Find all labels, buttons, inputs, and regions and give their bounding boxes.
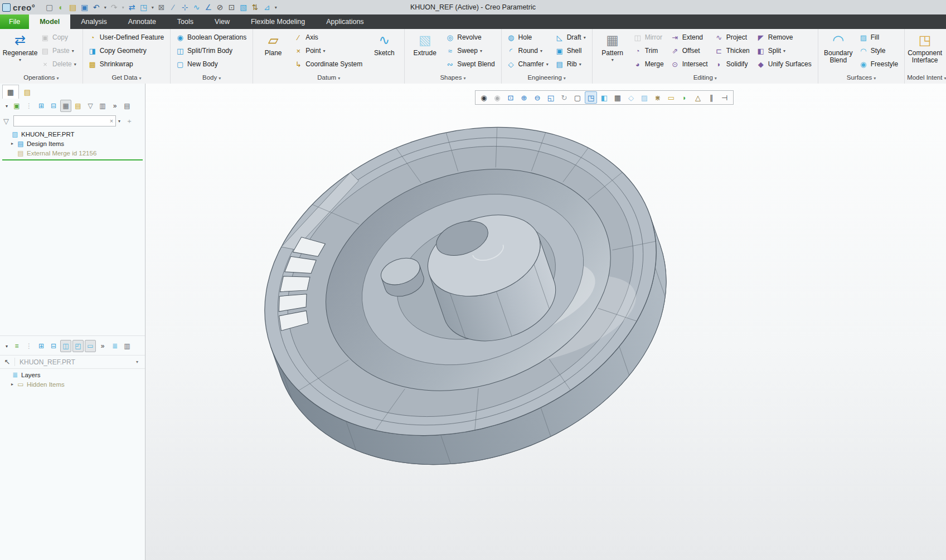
ribbon-button-unify-surfaces[interactable]: ◆Unify Surfaces (755, 57, 814, 71)
panel-divider[interactable] (0, 335, 145, 336)
material-render-icon[interactable]: ◐ (55, 1, 67, 13)
expand-arrow-icon[interactable]: ▸ (9, 141, 16, 146)
clear-filter-icon[interactable]: × (108, 118, 115, 124)
ribbon-button-extend[interactable]: ⇥Extend (669, 31, 711, 44)
ribbon-button-user-defined-feature[interactable]: ◔User-Defined Feature (86, 31, 167, 44)
ribbon-button-draft-dropdown[interactable]: ▾ (584, 35, 586, 40)
ribbon-button-regenerate-dropdown[interactable]: ▾ (19, 57, 21, 62)
ribbon-group-label-get-data[interactable]: Get Data▾ (85, 73, 168, 84)
tree-item-design-items[interactable]: ▸▤Design Items (0, 139, 145, 148)
ribbon-group-label-engineering[interactable]: Engineering▾ (504, 73, 590, 84)
ribbon-button-split-trim-body[interactable]: ◫Split/Trim Body (174, 44, 249, 57)
measure-volume-icon[interactable]: ▧ (237, 1, 249, 13)
measure-graph-icon[interactable]: ⊿ (261, 1, 273, 13)
tree-list-view-button[interactable]: ▤ (122, 100, 133, 112)
ribbon-button-component-interface[interactable]: ◳Component Interface (908, 31, 942, 71)
tab-tools[interactable]: Tools (167, 14, 204, 29)
ribbon-group-label-body[interactable]: Body▾ (173, 73, 250, 84)
zoom-in-icon[interactable]: ⊕ (518, 91, 530, 104)
tree-item-layers[interactable]: ≣Layers (0, 370, 145, 379)
annotation-display-icon[interactable]: ▭ (665, 91, 677, 104)
ribbon-button-revolve[interactable]: ◎Revolve (444, 31, 497, 44)
measure-distance-icon[interactable]: ⊹ (179, 1, 191, 13)
expand-arrow-icon[interactable]: ▸ (9, 382, 16, 387)
show-hidden-layers-button[interactable]: ▭ (85, 340, 96, 352)
tree-filter-input[interactable] (14, 118, 108, 124)
tree-item-external-merge-id-12156[interactable]: ▤External Merge id 12156 (0, 148, 145, 158)
ribbon-button-boundary-blend[interactable]: ◠Boundary Blend (822, 31, 855, 71)
view-manager-icon[interactable]: ▦ (612, 91, 624, 104)
tab-view[interactable]: View (204, 14, 240, 29)
ribbon-button-sweep[interactable]: ≈Sweep▾ (444, 44, 497, 57)
perspective-view-icon[interactable]: ◇ (625, 91, 637, 104)
exit-pause-icon[interactable]: ⊣ (719, 91, 731, 104)
save-file-icon[interactable]: ▣ (79, 1, 90, 13)
tree-item-hidden-items[interactable]: ▸▭Hidden Items (0, 379, 145, 389)
ribbon-group-label-shapes[interactable]: Shapes▾ (407, 73, 498, 84)
ribbon-button-fill[interactable]: ▨Fill (857, 31, 901, 44)
ribbon-button-sweep-dropdown[interactable]: ▾ (480, 48, 482, 53)
ribbon-button-plane[interactable]: ▱Plane (256, 31, 290, 71)
repaint-icon[interactable]: ↻ (558, 91, 570, 104)
ribbon-group-label-model-intent[interactable]: Model Intent▾ (907, 73, 946, 84)
ribbon-button-chamfer-dropdown[interactable]: ▾ (546, 62, 549, 67)
3d-model-viewport[interactable] (145, 84, 946, 560)
ribbon-button-round[interactable]: ◜Round▾ (505, 44, 551, 57)
layer-model-selector-dropdown[interactable]: ▾ (136, 359, 145, 364)
ribbon-button-shrinkwrap[interactable]: ▩Shrinkwrap (86, 57, 167, 71)
ribbon-button-coordinate-system[interactable]: ↳Coordinate System (292, 57, 365, 71)
ribbon-button-hole[interactable]: ◍Hole (505, 31, 551, 44)
tree-item-khuon-ref-prt[interactable]: ▧KHUON_REF.PRT (0, 129, 145, 139)
ribbon-button-new-body[interactable]: ▢New Body (174, 57, 249, 71)
ribbon-button-pattern-dropdown[interactable]: ▾ (612, 57, 614, 62)
ribbon-button-regenerate[interactable]: ⇄Regenerate▾ (3, 31, 37, 71)
ribbon-group-label-operations[interactable]: Operations▾ (2, 73, 80, 84)
graphics-canvas[interactable]: ◉◉⊡⊕⊖◱↻▢◳◧▦◇▨⋇▭◗△∥⊣ (145, 84, 946, 560)
ribbon-button-shell[interactable]: ▣Shell (554, 44, 589, 57)
ribbon-button-copy-geometry[interactable]: ◨Copy Geometry (86, 44, 167, 57)
ribbon-button-project[interactable]: ∿Project (713, 31, 753, 44)
datum-display-filters-icon[interactable]: ⋇ (652, 91, 664, 104)
ribbon-button-split[interactable]: ◧Split▾ (755, 44, 814, 57)
tree-columns-toggle-button[interactable]: ▦ (60, 100, 71, 112)
ribbon-button-round-dropdown[interactable]: ▾ (540, 48, 542, 53)
ribbon-button-point[interactable]: ×Point▾ (292, 44, 365, 57)
ribbon-button-pattern[interactable]: ▦Pattern▾ (596, 31, 629, 71)
sort-regenerate-list-icon[interactable]: ⇅ (249, 1, 261, 13)
undo-dropdown-icon[interactable]: ▾ (102, 1, 108, 13)
ribbon-group-label-datum[interactable]: Datum▾ (255, 73, 402, 84)
regenerate-small-icon[interactable]: ⇄ (126, 1, 138, 13)
ribbon-button-solidify[interactable]: ◗Solidify (713, 57, 753, 71)
zoom-out-icon[interactable]: ⊖ (531, 91, 544, 104)
folder-browser-tab[interactable]: ▤ (19, 85, 36, 99)
window-settings-icon[interactable]: ◳ (138, 1, 149, 13)
tab-flexible-modeling[interactable]: Flexible Modeling (240, 14, 316, 29)
measure-curve-icon[interactable]: ∿ (191, 1, 202, 13)
display-style-icon[interactable]: ◧ (598, 91, 610, 104)
ribbon-button-style[interactable]: ◠Style (857, 44, 901, 57)
show-layer-status-button[interactable]: ◰ (72, 340, 84, 352)
pause-icon[interactable]: ∥ (705, 91, 717, 104)
ribbon-button-boolean-operations[interactable]: ◉Boolean Operations (174, 31, 249, 44)
ribbon-button-remove[interactable]: ◤Remove (755, 31, 814, 44)
layer-expand-button[interactable]: ⊞ (36, 340, 47, 352)
undo-icon[interactable]: ↶ (90, 1, 102, 13)
ribbon-button-delete-dropdown[interactable]: ▾ (74, 62, 76, 67)
refit-icon[interactable]: ◱ (545, 91, 557, 104)
tree-show-mode-button[interactable]: ▣ (11, 100, 22, 112)
ribbon-button-rib-dropdown[interactable]: ▾ (579, 62, 581, 67)
insert-here-indicator[interactable] (2, 159, 143, 160)
capture-snapshot-icon[interactable]: ◗ (678, 91, 691, 104)
tab-applications[interactable]: Applications (316, 14, 374, 29)
measure-ruler-icon[interactable]: ∕ (167, 1, 179, 13)
window-settings-dropdown-icon[interactable]: ▾ (149, 1, 156, 13)
ribbon-button-merge[interactable]: ◕Merge (632, 57, 667, 71)
tab-file[interactable]: File (0, 14, 29, 29)
ribbon-button-trim[interactable]: ◔Trim (632, 44, 667, 57)
open-settings-file-button[interactable]: ▤ (72, 100, 84, 112)
measure-transform-icon[interactable]: ⊡ (226, 1, 237, 13)
show-layer-items-button[interactable]: ◫ (60, 340, 71, 352)
ribbon-group-label-editing[interactable]: Editing▾ (595, 73, 816, 84)
expand-branches-button[interactable]: ⊞ (36, 100, 47, 112)
standard-orientation-icon[interactable]: ▢ (571, 91, 584, 104)
